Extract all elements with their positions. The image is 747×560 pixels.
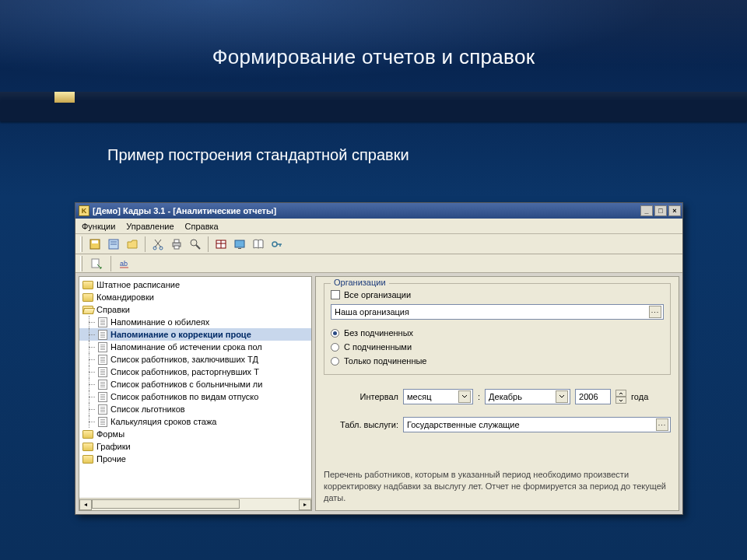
svg-text:ab: ab [120,260,128,268]
menu-functions[interactable]: Функции [82,222,115,231]
tree-item-selected[interactable]: Напоминание о коррекции проце [79,328,311,341]
group-legend: Организации [331,278,389,287]
grid-icon[interactable] [213,236,229,252]
svg-rect-16 [238,248,241,249]
app-icon: K [79,205,89,216]
accent-bar [0,92,747,121]
menubar: Функции Управление Справка [75,219,682,234]
checkbox-icon[interactable] [331,290,340,299]
slide-subtitle: Пример построения стандартной справки [107,146,409,164]
accent-tab [54,92,75,103]
all-orgs-checkbox[interactable]: Все организации [331,290,664,299]
organizations-group: Организации Все организации Наша организ… [324,283,671,375]
menu-help[interactable]: Справка [185,222,219,231]
window-title: [Демо] Кадры 3.1 - [Аналитические отчеты… [93,206,276,215]
tree-item[interactable]: Список работников, расторгнувших Т [79,366,311,378]
spin-down-icon[interactable] [615,397,626,404]
radio-icon[interactable] [331,329,339,338]
book-icon[interactable] [251,236,266,252]
chevron-down-icon[interactable] [458,390,471,403]
ellipsis-button[interactable]: ··· [649,306,661,318]
cut-icon[interactable] [150,236,166,252]
scroll-left-icon[interactable]: ◂ [79,499,92,510]
app-window: K [Демо] Кадры 3.1 - [Аналитические отче… [75,202,683,515]
radio-no-subs[interactable]: Без подчиненных [331,326,664,340]
menu-manage[interactable]: Управление [126,222,174,231]
report-tree[interactable]: Штатное расписание Командировки Справки … [79,277,311,498]
year-spinner[interactable] [615,390,626,404]
titlebar[interactable]: K [Демо] Кадры 3.1 - [Аналитические отче… [75,203,682,219]
svg-point-18 [272,242,277,247]
svg-rect-9 [174,246,179,249]
svg-rect-1 [92,240,98,243]
toolbar-main [75,234,682,254]
svg-line-11 [196,245,200,249]
maximize-button[interactable]: □ [654,205,667,216]
minimize-button[interactable]: _ [640,205,653,216]
radio-icon[interactable] [331,343,339,352]
tree-pane: Штатное расписание Командировки Справки … [79,276,312,511]
table-label: Табл. выслуги: [324,420,398,429]
scroll-thumb[interactable] [92,499,240,509]
month-select[interactable]: Декабрь [485,389,570,404]
radio-with-subs[interactable]: С подчиненными [331,340,664,354]
tree-item[interactable]: Список работников с больничными ли [79,378,311,390]
screen-icon[interactable] [232,236,247,252]
interval-row: Интервал месяц : Декабрь 2006 [324,389,671,404]
separator [110,256,111,271]
tree-item[interactable]: Список льготников [79,403,311,415]
svg-rect-8 [174,240,179,243]
svg-point-10 [191,240,197,246]
tree-item[interactable]: Список работников, заключивших ТД [79,353,311,366]
tree-folder[interactable]: Командировки [79,291,311,303]
colon: : [478,392,480,401]
slide-title: Формирование отчетов и справок [0,0,747,69]
interval-unit-select[interactable]: месяц [403,389,473,404]
run-icon[interactable] [89,256,104,271]
year-input[interactable]: 2006 [575,389,611,404]
tree-folder[interactable]: Формы [79,428,311,440]
description-text: Перечень работников, которым в указанный… [324,463,671,504]
form-icon[interactable] [106,236,121,252]
org-select[interactable]: Наша организация ··· [331,304,664,320]
save-icon[interactable] [87,236,103,252]
search-icon[interactable] [188,236,203,252]
print-icon[interactable] [169,236,184,252]
key-icon[interactable] [269,236,285,252]
tree-folder[interactable]: Прочие [79,453,311,465]
toolbar-sub: ab [75,254,682,273]
toolbar-grip[interactable] [80,236,82,252]
spin-up-icon[interactable] [615,390,626,397]
radio-only-subs[interactable]: Только подчиненные [331,354,664,368]
tree-item[interactable]: Напоминание о юбилеях [79,316,311,328]
svg-rect-15 [235,240,244,247]
separator [208,236,209,252]
interval-label: Интервал [324,392,398,401]
year-suffix: года [631,392,648,401]
service-table-select[interactable]: Государственные служащие ··· [403,417,671,432]
tree-item[interactable]: Напоминание об истечении срока пол [79,341,311,353]
svg-rect-21 [92,259,99,268]
tree-folder[interactable]: Графики [79,440,311,453]
table-row: Табл. выслуги: Государственные служащие … [324,417,671,432]
ab-icon[interactable]: ab [117,256,133,271]
separator [145,236,146,252]
tree-folder-open[interactable]: Справки [79,303,311,316]
open-icon[interactable] [124,236,140,252]
scroll-track[interactable] [92,499,299,510]
tree-folder[interactable]: Штатное расписание [79,278,311,291]
close-button[interactable]: × [668,205,681,216]
chevron-down-icon[interactable] [556,390,568,403]
tree-item[interactable]: Калькуляция сроков стажа [79,415,311,428]
toolbar-grip[interactable] [80,256,82,271]
ellipsis-button[interactable]: ··· [656,418,668,431]
radio-icon[interactable] [331,357,339,366]
options-pane: Организации Все организации Наша организ… [315,276,679,511]
tree-hscrollbar[interactable]: ◂ ▸ [79,498,311,510]
tree-item[interactable]: Список работников по видам отпуско [79,390,311,403]
scroll-right-icon[interactable]: ▸ [299,499,311,510]
